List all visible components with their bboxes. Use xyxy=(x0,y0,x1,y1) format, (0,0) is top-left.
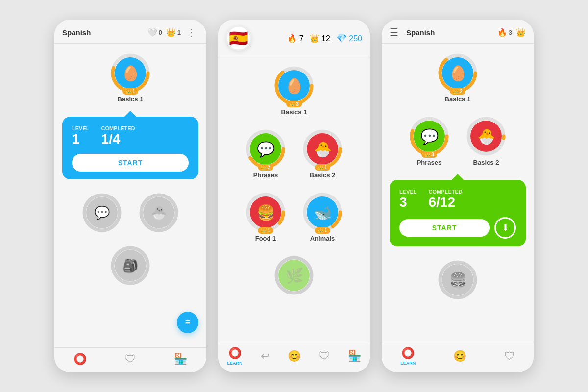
p2-basics1-emoji: 🥚 xyxy=(285,77,303,95)
p3-phrases-emoji: 💬 xyxy=(420,128,439,145)
p3-locked-node-1: 🍔 xyxy=(438,260,477,299)
p2-food1-inner: 🍔 xyxy=(250,196,281,228)
p3-locked-ring-1: 🍔 xyxy=(438,260,477,299)
nav-learn-3[interactable]: ⭕ Learn xyxy=(396,347,419,366)
crowns-stat: 👑 1 xyxy=(166,28,181,37)
p2-animals-emoji: 🐋 xyxy=(314,204,332,221)
p3-basics1-node[interactable]: 🥚 👑2 Basics 1 xyxy=(438,53,477,103)
fire-stat-2: 🔥 7 xyxy=(287,34,303,43)
p2-animals-inner: 🐋 xyxy=(307,196,338,228)
phone-3: ☰ Spanish 🔥 3 👑 🥚 👑2 xyxy=(382,20,534,372)
p2-locked-node: 🌿 xyxy=(274,256,314,295)
p3-locked-inner-1: 🍔 xyxy=(442,264,473,295)
popup-completed: Completed 1/4 xyxy=(101,125,135,147)
download-button-3[interactable]: ⬇ xyxy=(494,217,516,239)
p2-row-3: 🍔 👑1 Food 1 🐋 xyxy=(226,193,362,242)
p2-animals-node[interactable]: 🐋 👑1 Animals xyxy=(303,193,342,242)
phone-1: Spanish 🤍 0 👑 1 ⋮ 🥚 👑1 xyxy=(54,20,206,372)
p2-locked-inner: 🌿 xyxy=(278,260,310,291)
p2-phrases-ring: 💬 👑2 xyxy=(246,129,285,169)
start-button-3[interactable]: START xyxy=(399,219,490,237)
basics1-node[interactable]: 🥚 👑1 Basics 1 xyxy=(111,53,150,103)
nav-learn-2[interactable]: ⭕ LEARN xyxy=(223,347,246,366)
phone-2: 🇪🇸 🔥 7 👑 12 💎 250 xyxy=(218,20,370,372)
p3-popup-row: START ⬇ xyxy=(399,217,516,239)
shield-icon-3: 🛡 xyxy=(504,350,515,363)
p2-food1-node[interactable]: 🍔 👑1 Food 1 xyxy=(246,193,285,242)
p3-locked-row: 🍔 xyxy=(390,260,526,299)
p2-basics1-inner: 🥚 xyxy=(278,70,310,101)
locked-ring-3: 🎒 xyxy=(111,246,150,285)
top-bar-1: Spanish 🤍 0 👑 1 ⋮ xyxy=(54,20,206,44)
p2-phrases-inner: 💬 xyxy=(250,133,281,165)
shield-icon-1: 🛡 xyxy=(125,353,136,366)
p3-phrases-label: Phrases xyxy=(417,159,442,166)
locked-inner-2: 🐣 xyxy=(143,197,174,228)
bottom-nav-1: ⭕ 🛡 🏪 xyxy=(54,347,206,372)
p3-basics1-ring: 🥚 👑2 xyxy=(438,53,477,93)
p2-food1-label: Food 1 xyxy=(255,235,276,242)
hearts-stat: 🤍 0 xyxy=(147,28,162,37)
p3-completed-label: Completed xyxy=(428,189,462,195)
p3-level-label: Level xyxy=(399,189,416,195)
basics1-emoji: 🥚 xyxy=(122,65,140,82)
p2-basics2-node[interactable]: 🐣 👑1 Basics 2 xyxy=(303,129,342,179)
p2-locked-emoji: 🌿 xyxy=(285,267,303,284)
p3-phrases-node[interactable]: 💬 👑3 Phrases xyxy=(410,117,449,166)
nav-shop-1[interactable]: 🏪 xyxy=(170,353,191,366)
basics1-ring: 🥚 👑1 xyxy=(111,53,150,93)
profile-icon-2: 😊 xyxy=(288,350,301,363)
level-label: Level xyxy=(72,125,89,131)
top-bar-3: ☰ Spanish 🔥 3 👑 xyxy=(382,20,534,44)
p2-basics1-node[interactable]: 🥚 👑3 Basics 1 xyxy=(274,66,314,116)
p2-row-2: 💬 👑2 Phrases 🐣 xyxy=(226,129,362,179)
completed-value: 1/4 xyxy=(101,131,135,147)
fab-button[interactable]: ≡ xyxy=(177,312,198,333)
p2-animals-label: Animals xyxy=(310,235,335,242)
p2-phrases-emoji: 💬 xyxy=(257,141,275,158)
learn-icon-1: ⭕ xyxy=(74,353,87,366)
hamburger-menu[interactable]: ☰ xyxy=(390,26,398,38)
phone1-title: Spanish xyxy=(62,28,144,37)
p2-basics1-label: Basics 1 xyxy=(281,108,307,116)
level-value: 1 xyxy=(72,131,89,147)
gem-stat-2: 💎 250 xyxy=(336,33,362,44)
p3-row-2: 💬 👑3 Phrases 🐣 xyxy=(390,117,526,166)
nav-profile-2[interactable]: 😊 xyxy=(284,350,305,363)
nav-shield-1[interactable]: 🛡 xyxy=(121,353,140,366)
start-button-1[interactable]: START xyxy=(72,154,189,172)
p3-basics1-emoji: 🥚 xyxy=(449,65,467,82)
locked-node-1: 💬 xyxy=(82,193,122,232)
learn-label-2: LEARN xyxy=(227,361,243,366)
nav-profile-3[interactable]: 😊 xyxy=(449,350,470,363)
more-menu-button[interactable]: ⋮ xyxy=(185,26,198,38)
crown-stat-2: 👑 12 xyxy=(310,34,330,43)
p3-basics2-node[interactable]: 🐣 Basics 2 xyxy=(466,117,506,166)
fire-icon-3: 🔥 xyxy=(497,28,507,37)
p3-completed-value: 6/12 xyxy=(428,195,462,210)
p2-phrases-node[interactable]: 💬 👑2 Phrases xyxy=(246,129,285,179)
p2-animals-crown: 👑1 xyxy=(315,227,330,234)
p3-phrases-ring: 💬 👑3 xyxy=(410,117,449,156)
p3-basics1-label: Basics 1 xyxy=(445,96,471,103)
locked-inner-3: 🎒 xyxy=(115,250,146,281)
locked-emoji-2: 🐣 xyxy=(151,205,167,220)
scroll-content-2: 🥚 👑3 Basics 1 💬 xyxy=(218,56,370,342)
p3-basics2-label: Basics 2 xyxy=(473,159,499,166)
p3-popup-completed: Completed 6/12 xyxy=(428,189,462,210)
p2-phrases-crown: 👑2 xyxy=(258,164,273,171)
nav-shield-2[interactable]: 🛡 xyxy=(315,350,334,363)
flag-emoji: 🇪🇸 xyxy=(229,29,248,48)
nav-shop-2[interactable]: 🏪 xyxy=(344,350,365,363)
p2-phrases-label: Phrases xyxy=(253,172,278,179)
completed-label: Completed xyxy=(101,125,135,131)
nav-practice-2[interactable]: ↩ xyxy=(257,350,273,363)
nav-shield-3[interactable]: 🛡 xyxy=(500,350,519,363)
p2-food1-emoji: 🍔 xyxy=(257,204,275,221)
locked-emoji-1: 💬 xyxy=(94,205,110,220)
p2-basics2-ring: 🐣 👑1 xyxy=(303,129,342,169)
popup-level: Level 1 xyxy=(72,125,89,147)
p3-basics2-inner: 🐣 xyxy=(470,121,502,152)
crown-icon-2: 👑 xyxy=(310,34,319,43)
nav-learn-1[interactable]: ⭕ xyxy=(70,353,91,366)
